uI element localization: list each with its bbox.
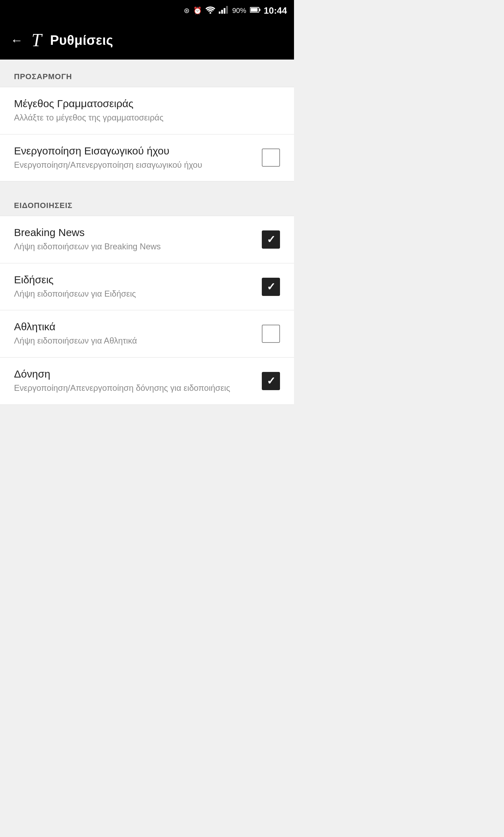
alarm-icon: ⏰ — [193, 6, 202, 15]
intro-sound-checkbox[interactable] — [262, 148, 280, 167]
donisi-text: Δόνηση Ενεργοποίηση/Απενεργοποίηση δόνησ… — [14, 368, 262, 394]
breaking-news-checkbox[interactable] — [262, 230, 280, 249]
eidiseis-item[interactable]: Ειδήσεις Λήψη ειδοποιήσεων για Ειδήσεις — [0, 263, 294, 311]
bluetooth-icon: ⊛ — [184, 6, 190, 15]
svg-rect-1 — [219, 12, 220, 14]
prosarmogi-items-group: Μέγεθος Γραμματοσειράς Αλλάξτε το μέγεθο… — [0, 87, 294, 181]
svg-rect-3 — [224, 8, 225, 14]
battery-icon — [250, 7, 260, 15]
breaking-news-text: Breaking News Λήψη ειδοποιήσεων για Brea… — [14, 227, 262, 253]
athlitika-text: Αθλητικά Λήψη ειδοποιήσεων για Αθλητικά — [14, 321, 262, 347]
breaking-news-item[interactable]: Breaking News Λήψη ειδοποιήσεων για Brea… — [0, 216, 294, 263]
intro-sound-item[interactable]: Ενεργοποίηση Εισαγωγικού ήχου Ενεργοποίη… — [0, 134, 294, 182]
toolbar-title: Ρυθμίσεις — [50, 33, 113, 48]
athlitika-subtitle: Λήψη ειδοποιήσεων για Αθλητικά — [14, 335, 255, 347]
breaking-news-subtitle: Λήψη ειδοποιήσεων για Breaking News — [14, 241, 255, 253]
eidiseis-subtitle: Λήψη ειδοποιήσεων για Ειδήσεις — [14, 288, 255, 300]
eidiseis-title: Ειδήσεις — [14, 274, 255, 286]
eidiseis-checkbox[interactable] — [262, 278, 280, 296]
toolbar: ← T Ρυθμίσεις — [0, 21, 294, 60]
athlitika-checkbox[interactable] — [262, 325, 280, 343]
status-bar: ⊛ ⏰ 90% — [0, 0, 294, 21]
section-prosarmogi-label: ΠΡΟΣΑΡΜΟΓΗ — [14, 72, 72, 81]
eidiseis-text: Ειδήσεις Λήψη ειδοποιήσεων για Ειδήσεις — [14, 274, 262, 300]
svg-rect-6 — [251, 8, 258, 12]
svg-rect-4 — [226, 6, 228, 14]
app-logo: T — [31, 31, 42, 49]
section-eidopoiiseis-label: ΕΙΔΟΠΟΙΗΣΕΙΣ — [14, 201, 72, 210]
donisi-title: Δόνηση — [14, 368, 255, 380]
back-button[interactable]: ← — [10, 33, 23, 48]
font-size-title: Μέγεθος Γραμματοσειράς — [14, 98, 273, 110]
svg-rect-7 — [259, 9, 260, 11]
font-size-item[interactable]: Μέγεθος Γραμματοσειράς Αλλάξτε το μέγεθο… — [0, 87, 294, 134]
signal-icon — [219, 6, 229, 15]
svg-rect-2 — [221, 10, 223, 14]
athlitika-item[interactable]: Αθλητικά Λήψη ειδοποιήσεων για Αθλητικά — [0, 310, 294, 358]
breaking-news-title: Breaking News — [14, 227, 255, 238]
eidopoiiseis-items-group: Breaking News Λήψη ειδοποιήσεων για Brea… — [0, 216, 294, 404]
donisi-item[interactable]: Δόνηση Ενεργοποίηση/Απενεργοποίηση δόνησ… — [0, 358, 294, 405]
donisi-subtitle: Ενεργοποίηση/Απενεργοποίηση δόνησης για … — [14, 382, 255, 394]
athlitika-title: Αθλητικά — [14, 321, 255, 333]
status-icons: ⊛ ⏰ 90% — [184, 5, 287, 16]
battery-percentage: 90% — [232, 7, 246, 15]
svg-point-0 — [210, 12, 211, 14]
section-spacer-1 — [0, 181, 294, 188]
wifi-icon — [205, 6, 215, 15]
status-time: 10:44 — [264, 5, 287, 16]
settings-content: ΠΡΟΣΑΡΜΟΓΗ Μέγεθος Γραμματοσειράς Αλλάξτ… — [0, 60, 294, 405]
intro-sound-title: Ενεργοποίηση Εισαγωγικού ήχου — [14, 145, 255, 157]
donisi-checkbox[interactable] — [262, 372, 280, 390]
section-eidopoiiseis-header: ΕΙΔΟΠΟΙΗΣΕΙΣ — [0, 188, 294, 216]
intro-sound-text: Ενεργοποίηση Εισαγωγικού ήχου Ενεργοποίη… — [14, 145, 262, 171]
intro-sound-subtitle: Ενεργοποίηση/Απενεργοποίηση εισαγωγικού … — [14, 159, 255, 171]
section-prosarmogi-header: ΠΡΟΣΑΡΜΟΓΗ — [0, 60, 294, 87]
font-size-text: Μέγεθος Γραμματοσειράς Αλλάξτε το μέγεθο… — [14, 98, 280, 124]
font-size-subtitle: Αλλάξτε το μέγεθος της γραμματοσειράς — [14, 112, 273, 124]
